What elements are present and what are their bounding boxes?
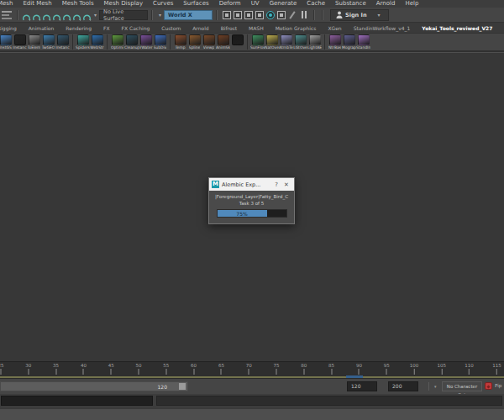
snap-grid-icon[interactable] [223, 11, 231, 19]
menu-item-curves[interactable]: Curves [148, 0, 178, 8]
shelf-button-cleanup[interactable]: Cleanup [124, 34, 139, 50]
menu-item-arnold[interactable]: Arnold [371, 0, 401, 8]
chevron-down-icon[interactable]: ▾ [94, 12, 97, 18]
timeline-tick-75[interactable]: 75 [274, 363, 280, 375]
chevron-down-icon[interactable]: ▾ [159, 12, 161, 18]
shelf-tab-fx[interactable]: FX [97, 25, 116, 31]
timeline-tick-25[interactable]: 25 [0, 363, 4, 375]
shelf-button-spiders[interactable]: Spiders [76, 34, 90, 50]
playback-start-field[interactable]: 120 [347, 381, 377, 391]
timeline-tick-115[interactable]: 115 [492, 363, 501, 375]
menu-item-mesh-display[interactable]: Mesh Display [99, 0, 148, 8]
snap-curve-icon[interactable] [234, 11, 242, 19]
select-deform-icon[interactable] [82, 10, 92, 19]
shelf-button-temp[interactable]: Temp [173, 34, 187, 50]
menu-item-help[interactable]: Help [400, 0, 423, 8]
shelf-button-blank[interactable] [230, 34, 244, 50]
timeline-tick-90[interactable]: 90 [356, 363, 362, 375]
shelf-tab-motion-graphics[interactable]: Motion Graphics [270, 25, 323, 31]
menu-item-generate[interactable]: Generate [265, 0, 302, 8]
viewport-3d[interactable]: M Alembic Exp... ? ✕ |Foreground_Layer|F… [0, 52, 504, 361]
shelf-tab-custom[interactable]: Custom [155, 25, 186, 31]
shelf-button-instgs[interactable]: InstGS [0, 34, 13, 50]
timeline-tick-80[interactable]: 80 [301, 363, 307, 375]
menu-item-surfaces[interactable]: Surfaces [178, 0, 213, 8]
help-button[interactable]: ? [271, 181, 281, 188]
shelf-button-atmbte[interactable]: AtmbTe [279, 34, 293, 50]
shelf-tab-standinworkflow-v4-1[interactable]: StandinWorkflow_v4_1 [348, 25, 417, 31]
shelf-button-toelem[interactable]: ToElem [27, 34, 41, 50]
shelf-button-vwater[interactable]: VWater [139, 34, 153, 50]
select-curve-icon[interactable] [62, 10, 71, 19]
shelf-button-subdiv[interactable]: SubDiv [153, 34, 167, 50]
timeline-tick-55[interactable]: 55 [163, 363, 169, 375]
shelf-button-ntrbas[interactable]: NtrBas [328, 34, 342, 50]
symmetry-world-field[interactable]: World X [164, 10, 213, 20]
shelf-tab-rendering[interactable]: Rendering [60, 25, 97, 31]
shelf-button-sunflow[interactable]: SunFlow [250, 34, 265, 50]
timeline-tick-50[interactable]: 50 [136, 363, 142, 375]
shelf-tab-xgen[interactable]: XGen [322, 25, 347, 31]
sign-in-button[interactable]: Sign In ▾ [330, 9, 389, 21]
select-component-icon[interactable] [42, 10, 51, 19]
timeline-tick-110[interactable]: 110 [465, 363, 474, 375]
command-input[interactable] [1, 396, 153, 406]
shelf-button-twgeo[interactable]: TwGEO [41, 34, 55, 50]
snap-point-icon[interactable] [244, 11, 253, 19]
shelf-tab-fx-caching[interactable]: FX Caching [116, 25, 156, 31]
make-live-icon[interactable] [266, 11, 275, 19]
shelf-tab-yokai-tools-reviwed-v27[interactable]: Yokai_Tools_reviwed_V27 [416, 25, 498, 31]
snap-plane-icon[interactable] [255, 11, 264, 19]
timeline-tick-105[interactable]: 105 [438, 363, 447, 375]
select-mesh-icon[interactable] [52, 10, 61, 19]
menu-item-substance[interactable]: Substance [330, 0, 371, 8]
shelf-tab-animation[interactable]: Animation [23, 25, 60, 31]
playback-end-field[interactable]: 200 [388, 381, 418, 391]
range-slider-handle[interactable] [179, 383, 186, 390]
shelf-button-mograp[interactable]: Mograp [342, 34, 356, 50]
menu-item-uv[interactable]: UV [246, 0, 265, 8]
menu-item-edit-mesh[interactable]: Edit Mesh [18, 0, 56, 8]
live-surface-field[interactable]: No Live Surface [99, 10, 148, 20]
dialog-title-bar[interactable]: M Alembic Exp... ? ✕ [209, 178, 294, 191]
timeline-tick-95[interactable]: 95 [384, 363, 390, 375]
shelf-button-standin[interactable]: StandIn [356, 34, 370, 50]
menu-item-deform[interactable]: Deform [214, 0, 246, 8]
timeline-tick-60[interactable]: 60 [191, 363, 197, 375]
shelf-button-instanc[interactable]: Instanc [13, 34, 27, 50]
shelf-button-instanc[interactable]: Instanc [55, 34, 70, 50]
construction-history-icon[interactable] [288, 11, 297, 19]
time-slider[interactable]: 2530354045505560657075808590951001051101… [0, 361, 504, 378]
shelf-tab-bifrost[interactable]: Bifrost [215, 25, 243, 31]
select-object-icon[interactable] [32, 10, 41, 19]
shelf-button-webstr[interactable]: WebStr [90, 34, 104, 50]
shelf-button-optimi[interactable]: Optimi [110, 34, 124, 50]
snap-view-icon[interactable] [277, 11, 286, 19]
shelf-button-spline[interactable]: Spline [187, 34, 202, 50]
timeline-tick-85[interactable]: 85 [328, 363, 334, 375]
timeline-tick-70[interactable]: 70 [246, 363, 252, 375]
shelf-button-natove[interactable]: NatOve [265, 34, 279, 50]
menu-item-cache[interactable]: Cache [302, 0, 330, 8]
character-set-menu[interactable]: No Character Set [442, 381, 482, 391]
shelf-tab-rigging[interactable]: Rigging [0, 25, 23, 31]
range-slider[interactable]: 120 [0, 381, 188, 391]
shelf-button-viewp[interactable]: Viewp [202, 34, 216, 50]
auto-key-button[interactable] [485, 382, 492, 390]
timeline-tick-65[interactable]: 65 [218, 363, 224, 375]
timeline-tick-35[interactable]: 35 [53, 363, 59, 375]
timeline-tick-45[interactable]: 45 [108, 363, 114, 375]
menu-item-mesh-tools[interactable]: Mesh Tools [57, 0, 99, 8]
layout-menu-icon[interactable] [2, 11, 12, 19]
close-icon[interactable]: ✕ [281, 181, 291, 188]
select-hierarchy-icon[interactable] [22, 10, 31, 19]
pause-icon[interactable] [302, 11, 307, 18]
shelf-button-lgtove[interactable]: LGtOve [293, 34, 307, 50]
shelf-tab-mash[interactable]: MASH [243, 25, 270, 31]
shelf-button-animsk[interactable]: AnimSk [216, 34, 230, 50]
timeline-tick-30[interactable]: 30 [25, 363, 31, 375]
menu-item-mesh[interactable]: Mesh [0, 0, 18, 8]
shelf-button-lightae[interactable]: LightAE [307, 34, 322, 50]
timeline-tick-40[interactable]: 40 [81, 363, 87, 375]
select-surface-icon[interactable] [72, 10, 81, 19]
